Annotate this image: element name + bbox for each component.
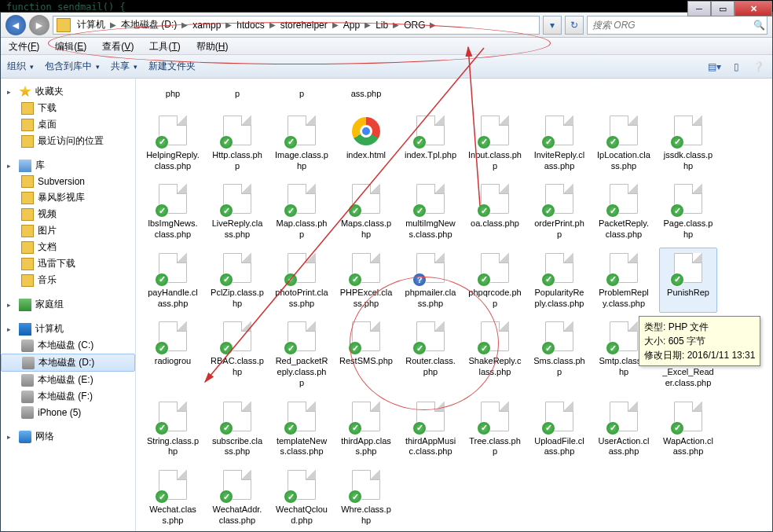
file-item[interactable]: ✓ShakeReply.class.php [466,316,524,392]
file-item[interactable]: ✓WapAction.class.php [659,396,717,462]
share-button[interactable]: 共享 [111,60,137,73]
file-item[interactable]: ✓Image.class.php [273,110,331,176]
search-box[interactable]: 🔍 [587,16,768,35]
file-item[interactable]: ✓UserAction.class.php [595,396,653,462]
file-item[interactable]: ✓jssdk.class.php [659,110,717,176]
breadcrumb-separator[interactable]: ▶ [268,20,277,29]
tree-item[interactable]: Subversion [1,174,135,189]
file-item[interactable]: ✓subscribe.class.php [208,396,266,462]
new-folder-button[interactable]: 新建文件夹 [148,60,196,73]
file-item[interactable]: ✓phpqrcode.php [466,248,524,314]
file-item[interactable]: ✓RBAC.class.php [208,316,266,392]
file-item[interactable]: ?phpmailer.class.php [401,248,460,314]
file-item[interactable]: ✓PclZip.class.php [208,248,266,314]
preview-pane-icon[interactable]: ▯ [728,59,744,75]
file-item-partial[interactable]: p [273,83,331,104]
tree-item[interactable]: 下载 [1,100,135,116]
file-item[interactable]: ✓PacketReply.class.php [595,178,653,244]
view-options-icon[interactable]: ▤▾ [706,59,722,75]
file-item[interactable]: ✓Sms.class.php [530,316,588,392]
menu-f[interactable]: 文件(F) [1,38,47,54]
file-item[interactable]: ✓Page.class.php [659,178,717,244]
refresh-button[interactable]: ↻ [565,16,584,35]
tree-item[interactable]: 本地磁盘 (F:) [1,388,135,405]
breadcrumb[interactable]: 计算机▶本地磁盘 (D:)▶xampp▶htdocs▶storehelper▶A… [53,16,540,35]
file-item[interactable]: ✓templateNews.class.php [273,396,331,462]
file-item[interactable]: ✓index.Tpl.php [401,110,460,176]
file-item[interactable]: ✓orderPrint.php [530,178,588,244]
breadcrumb-segment[interactable]: 本地磁盘 (D:) [118,18,180,31]
tree-item[interactable]: 本地磁盘 (C:) [1,337,135,354]
file-item-partial[interactable]: php [144,83,202,104]
tree-item[interactable]: 桌面 [1,116,135,133]
history-dropdown[interactable]: ▾ [543,16,562,35]
tree-item[interactable]: 暴风影视库 [1,189,135,206]
file-item[interactable]: ✓Maps.class.php [337,178,395,244]
breadcrumb-segment[interactable]: Lib [372,20,391,31]
file-item[interactable]: ✓HelpingReply.class.php [144,110,202,176]
breadcrumb-segment[interactable]: ORG [401,20,428,31]
tree-库[interactable]: ▸库 [1,157,135,174]
breadcrumb-separator[interactable]: ▶ [180,20,189,29]
file-item[interactable]: ✓Whre.class.php [337,464,395,530]
file-item[interactable]: ✓IpLocation.class.php [595,110,653,176]
file-item[interactable]: ✓thirdAppMusic.class.php [401,396,460,462]
tree-item[interactable]: 文档 [1,239,135,255]
tree-item[interactable]: 本地磁盘 (E:) [1,372,135,388]
minimize-button[interactable]: ─ [687,1,711,17]
file-item[interactable]: ✓WechatAddr.class.php [208,464,266,530]
file-item[interactable]: ✓InviteReply.class.php [530,110,588,176]
file-item[interactable]: ✓oa.class.php [466,178,524,244]
file-item[interactable]: index.html [337,110,395,176]
breadcrumb-separator[interactable]: ▶ [108,20,118,29]
file-item[interactable]: ✓Tree.class.php [466,396,524,462]
tree-家庭组[interactable]: ▸家庭组 [1,296,135,313]
file-item[interactable]: ✓Http.class.php [208,110,266,176]
file-item[interactable]: ✓Router.class.php [401,316,460,392]
tree-item[interactable]: 本地磁盘 (D:) [1,354,135,372]
tree-item[interactable]: 迅雷下载 [1,255,135,272]
menu-h[interactable]: 帮助(H) [189,38,236,54]
breadcrumb-segment[interactable]: htdocs [233,20,267,31]
menu-t[interactable]: 工具(T) [141,38,188,54]
file-item[interactable]: ✓radiogrou [144,316,202,392]
file-item[interactable]: ✓Wechat.class.php [144,464,202,530]
tree-收藏夹[interactable]: ▸收藏夹 [1,83,135,100]
tree-item[interactable]: 图片 [1,222,135,239]
breadcrumb-segment[interactable]: storehelper [277,20,331,31]
back-button[interactable]: ◄ [5,15,26,35]
file-item[interactable]: ✓Map.class.php [273,178,331,244]
breadcrumb-segment[interactable]: App [340,20,363,31]
tree-item[interactable]: 视频 [1,206,135,222]
include-library-button[interactable]: 包含到库中 [45,60,100,73]
file-item[interactable]: ✓String.class.php [144,396,202,462]
breadcrumb-separator[interactable]: ▶ [428,20,438,29]
file-pane[interactable]: phpppass.php ✓HelpingReply.class.php✓Htt… [136,79,772,531]
breadcrumb-segment[interactable]: xampp [189,20,224,31]
file-item[interactable]: ✓ProblemReply.class.php [595,248,653,314]
tree-item[interactable]: 音乐 [1,272,135,288]
breadcrumb-separator[interactable]: ▶ [224,20,233,29]
tree-item[interactable]: 最近访问的位置 [1,133,135,149]
breadcrumb-segment[interactable]: 计算机 [74,18,108,31]
file-item[interactable]: ✓PHPExcel.class.php [337,248,395,314]
file-item[interactable]: ✓RestSMS.php [337,316,395,392]
search-icon[interactable]: 🔍 [751,20,767,31]
menu-e[interactable]: 编辑(E) [47,38,94,54]
forward-button[interactable]: ► [29,15,49,35]
search-input[interactable] [588,20,751,31]
organize-button[interactable]: 组织 [7,60,34,73]
file-item[interactable]: ✓Input.class.php [466,110,524,176]
file-item[interactable]: ✓PopularityReply.class.php [530,248,588,314]
breadcrumb-separator[interactable]: ▶ [331,20,340,29]
file-item[interactable]: ✓photoPrint.class.php [273,248,331,314]
maximize-button[interactable]: ▭ [711,1,735,17]
tree-网络[interactable]: ▸网络 [1,428,135,445]
file-item[interactable]: ✓payHandle.class.php [144,248,202,314]
menu-v[interactable]: 查看(V) [94,38,141,54]
file-item[interactable]: ✓LiveReply.class.php [208,178,266,244]
close-button[interactable]: ✕ [735,1,772,17]
breadcrumb-separator[interactable]: ▶ [363,20,372,29]
file-item-partial[interactable]: p [208,83,266,104]
file-item[interactable]: ✓UploadFile.class.php [530,396,588,462]
